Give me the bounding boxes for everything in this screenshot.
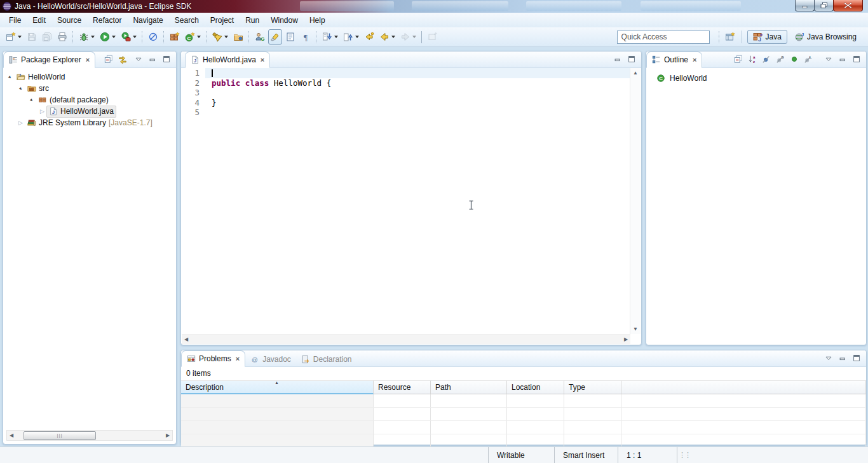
print-button[interactable] [55, 29, 69, 45]
tab-outline[interactable]: Outline × [646, 52, 702, 68]
scroll-up-icon[interactable]: ▲ [633, 68, 638, 78]
dropdown-arrow-icon[interactable] [355, 36, 359, 38]
minimize-button[interactable] [611, 53, 624, 65]
tab-problems[interactable]: Problems× [181, 350, 245, 367]
new-wizard-button[interactable] [4, 29, 24, 45]
title-bar[interactable]: Java - HelloWorld/src/HelloWorld.java - … [0, 0, 868, 13]
open-element-button[interactable] [283, 29, 297, 45]
previous-annotation-button[interactable] [341, 29, 361, 45]
code-line-2[interactable]: 2public class HelloWorld { [182, 78, 630, 88]
expander-expanded-icon[interactable]: ▾ [16, 83, 26, 93]
scroll-left-icon[interactable]: ◀ [7, 432, 16, 438]
external-tools-button[interactable] [119, 29, 139, 45]
dropdown-arrow-icon[interactable] [412, 36, 416, 38]
code-line-5[interactable]: 5 [182, 107, 630, 118]
sort-button[interactable]: az [746, 53, 759, 65]
minimize-button[interactable] [795, 0, 815, 11]
menu-navigate[interactable]: Navigate [127, 14, 168, 27]
link-with-editor-button[interactable] [116, 53, 129, 65]
last-edit-location-button[interactable] [362, 29, 376, 45]
view-menu-button[interactable] [132, 53, 145, 65]
restore-button[interactable] [814, 0, 834, 11]
close-icon[interactable]: × [86, 56, 90, 64]
code-editor[interactable]: 12public class HelloWorld {34}5 [182, 68, 630, 334]
menu-project[interactable]: Project [205, 14, 240, 27]
new-java-project-button[interactable] [168, 29, 182, 45]
save-all-button[interactable] [40, 29, 54, 45]
outline-item-helloworld[interactable]: CHelloWorld [646, 72, 866, 84]
hide-non-public-button[interactable] [788, 53, 801, 65]
show-whitespace-button[interactable]: ¶ [299, 29, 313, 45]
menu-edit[interactable]: Edit [27, 14, 51, 27]
close-icon[interactable]: × [236, 355, 240, 363]
scrollbar-thumb[interactable]: ||| [24, 431, 96, 440]
maximize-button[interactable] [850, 352, 863, 364]
close-icon[interactable]: × [693, 56, 696, 64]
view-menu-button[interactable] [822, 53, 835, 65]
column-header-path[interactable]: Path [431, 380, 507, 394]
expander-expanded-icon[interactable]: ▾ [27, 95, 37, 105]
tree-item-src[interactable]: ▾src [3, 83, 176, 94]
pin-editor-button[interactable] [426, 29, 440, 45]
scroll-right-icon[interactable]: ▶ [621, 336, 630, 342]
view-menu-button[interactable] [822, 352, 835, 364]
hide-fields-button[interactable] [760, 53, 773, 65]
next-annotation-button[interactable] [320, 29, 340, 45]
hide-local-types-button[interactable]: L [802, 53, 815, 65]
expander-collapsed-icon[interactable]: ▷ [38, 108, 46, 114]
minimize-button[interactable] [146, 53, 159, 65]
perspective-java-browsing[interactable]: JJava Browsing [789, 30, 862, 44]
dropdown-arrow-icon[interactable] [197, 36, 201, 38]
new-java-class-button[interactable]: C [183, 29, 203, 45]
tree-item-jre-system-library[interactable]: ▷JRE System Library[JavaSE-1.7] [3, 117, 176, 128]
back-button[interactable] [377, 29, 397, 45]
save-button[interactable] [25, 29, 39, 45]
maximize-button[interactable] [160, 53, 173, 65]
dropdown-arrow-icon[interactable] [334, 36, 338, 38]
collapse-all-button[interactable] [732, 53, 745, 65]
quick-access-input[interactable] [617, 31, 710, 44]
code-line-4[interactable]: 4} [182, 98, 630, 108]
menu-file[interactable]: File [3, 14, 27, 27]
tree-item-helloworld-java[interactable]: ▷JHelloWorld.java [3, 106, 176, 117]
minimize-button[interactable] [836, 53, 849, 65]
tree-item-default-package[interactable]: ▾(default package) [3, 94, 176, 106]
tab-helloworld-java[interactable]: J HelloWorld.java × [185, 52, 270, 68]
mark-occurrences-button[interactable] [268, 29, 282, 45]
forward-button[interactable] [398, 29, 418, 45]
maximize-button[interactable] [625, 53, 638, 65]
column-header-resource[interactable]: Resource [374, 380, 431, 394]
tree-item-helloworld[interactable]: ▾JHelloWorld [3, 71, 176, 83]
menu-search[interactable]: Search [169, 14, 205, 27]
debug-button[interactable] [77, 29, 97, 45]
tab-javadoc[interactable]: @Javadoc [245, 352, 296, 367]
column-header-location[interactable]: Location [507, 380, 564, 394]
hide-static-button[interactable]: S [774, 53, 787, 65]
dropdown-arrow-icon[interactable] [112, 36, 116, 38]
dropdown-arrow-icon[interactable] [391, 36, 395, 38]
search-button[interactable] [210, 29, 230, 45]
dropdown-arrow-icon[interactable] [133, 36, 137, 38]
open-type-button[interactable] [231, 29, 245, 45]
minimize-button[interactable] [836, 352, 849, 364]
open-perspective-button[interactable] [723, 29, 737, 45]
package-explorer-hscrollbar[interactable]: ◀ ||| ▶ [6, 430, 173, 441]
editor-vscrollbar[interactable]: ▲ ▼ [630, 68, 641, 334]
scroll-right-icon[interactable]: ▶ [163, 432, 172, 438]
editor-hscrollbar[interactable]: ◀ ▶ [182, 334, 630, 344]
code-line-3[interactable]: 3 [182, 88, 630, 98]
maximize-button[interactable] [850, 53, 863, 65]
run-button[interactable] [98, 29, 118, 45]
menu-source[interactable]: Source [51, 14, 87, 27]
column-header-type[interactable]: Type [564, 380, 621, 394]
tab-declaration[interactable]: Declaration [296, 352, 357, 367]
skip-breakpoints-button[interactable] [146, 29, 160, 45]
close-button[interactable] [833, 0, 863, 11]
menu-help[interactable]: Help [304, 14, 331, 27]
dropdown-arrow-icon[interactable] [91, 36, 95, 38]
menu-window[interactable]: Window [265, 14, 304, 27]
scroll-down-icon[interactable]: ▼ [633, 324, 638, 334]
menu-run[interactable]: Run [240, 14, 265, 27]
perspective-java[interactable]: JJava [747, 30, 787, 44]
collapse-all-button[interactable] [102, 53, 115, 65]
